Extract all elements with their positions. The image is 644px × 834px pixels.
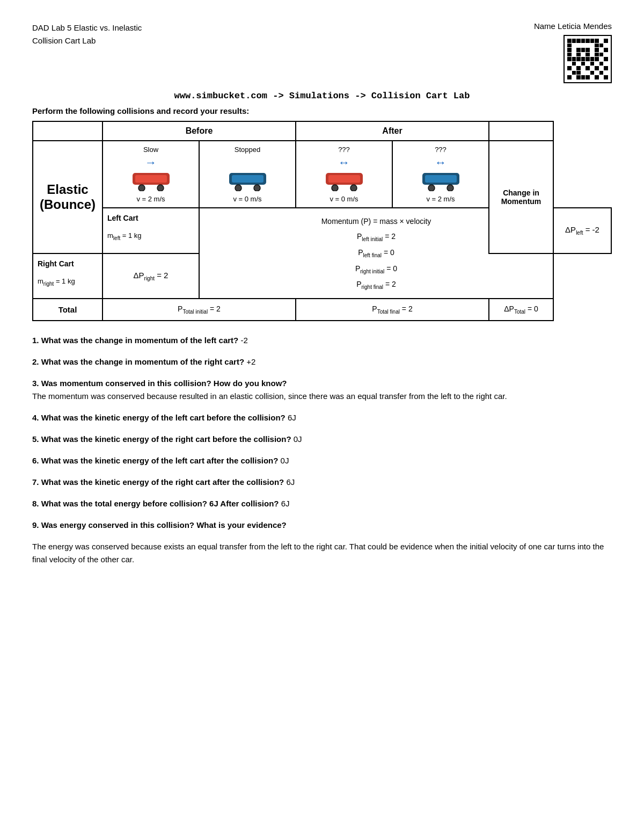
svg-point-15 [447, 185, 453, 191]
q1-answer: -2 [240, 336, 247, 345]
q4-answer: 6J [288, 413, 296, 422]
instructions: Perform the following collisions and rec… [32, 106, 612, 115]
after-red-cart: ??? ↔ v = 0 m/s [296, 141, 392, 208]
question-6: 6. What was the kinetic energy of the le… [32, 454, 612, 467]
right-cart-section: Right Cart mright = 1 kg [33, 253, 103, 299]
questions-section: 1. What was the change in momentum of th… [32, 334, 612, 566]
q6-answer: 0J [281, 456, 289, 465]
website-url: www.simbucket.com -> Simulations -> Coll… [32, 91, 612, 101]
before-stopped-cart: Stopped v = 0 m/s [199, 141, 296, 208]
q8-answer: 6J [281, 499, 290, 508]
svg-rect-1 [135, 175, 167, 183]
q2-text: 2. What was the change in momentum of th… [32, 357, 244, 366]
q1-text: 1. What was the change in momentum of th… [32, 336, 238, 345]
p-right-fin: Pright final = 2 [205, 277, 547, 293]
svg-point-2 [138, 185, 145, 191]
elastic-bounce-label: Elastic(Bounce) [33, 141, 103, 253]
left-cart-title: Left Cart [107, 214, 194, 222]
q5-text: 5. What was the kinetic energy of the ri… [32, 434, 291, 444]
momentum-calc-section: Momentum (P) = mass × velocity Pleft ini… [199, 208, 553, 299]
question-8: 8. What was the total energy before coll… [32, 497, 612, 510]
after-col-header: After [296, 121, 489, 141]
before-slow-cart: Slow → v = 2 m/s [103, 141, 199, 208]
svg-point-14 [428, 185, 435, 191]
qr-code [564, 35, 612, 83]
svg-point-10 [332, 185, 338, 191]
question-7: 7. What was the kinetic energy of the ri… [32, 476, 612, 489]
delta-p-total: ΔPTotal = 0 [489, 299, 553, 321]
q7-text: 7. What was the kinetic energy of the ri… [32, 477, 284, 487]
left-cart-section: Left Cart mleft = 1 kg [103, 208, 199, 253]
svg-point-6 [235, 185, 241, 191]
svg-point-11 [350, 185, 357, 191]
question-1: 1. What was the change in momentum of th… [32, 334, 612, 347]
right-cart-mass-label: mright = 1 kg [38, 277, 98, 287]
p-left-fin: Pleft final = 0 [205, 245, 547, 261]
p-left-init: Pleft initial = 2 [205, 229, 547, 245]
question-2: 2. What was the change in momentum of th… [32, 356, 612, 368]
final-answer-paragraph: The energy was conserved because exists … [32, 540, 612, 566]
q6-text: 6. What was the kinetic energy of the le… [32, 456, 278, 465]
title-line1: DAD Lab 5 Elastic vs. Inelastic [32, 21, 142, 34]
before-col-header: Before [103, 121, 296, 141]
momentum-eq-label: Momentum (P) = mass × velocity [205, 214, 547, 229]
q7-answer: 6J [286, 477, 295, 487]
q2-answer: +2 [246, 357, 255, 366]
p-total-initial: PTotal initial = 2 [103, 299, 296, 321]
student-name: Name Leticia Mendes [534, 21, 612, 31]
question-3: 3. Was momentum conserved in this collis… [32, 377, 612, 403]
total-label: Total [33, 299, 103, 321]
left-cart-mass-label: mleft = 1 kg [107, 231, 194, 241]
svg-point-3 [157, 185, 164, 191]
question-4: 4. What was the kinetic energy of the le… [32, 411, 612, 424]
question-9: 9. Was energy conserved in this collisio… [32, 519, 612, 532]
question-5: 5. What was the kinetic energy of the ri… [32, 433, 612, 446]
after-blue-cart: ??? ↔ v = 2 m/s [392, 141, 489, 208]
svg-rect-13 [425, 175, 457, 183]
q3-text: 3. Was momentum conserved in this collis… [32, 377, 612, 390]
p-right-init: Pright initial = 0 [205, 261, 547, 277]
delta-p-left-value: ΔPleft = -2 [553, 208, 611, 253]
final-paragraph-text: The energy was conserved because exists … [32, 542, 604, 564]
delta-p-right-value: ΔPright = 2 [103, 253, 199, 299]
page-header: DAD Lab 5 Elastic vs. Inelastic Collisio… [32, 21, 612, 83]
q4-text: 4. What was the kinetic energy of the le… [32, 413, 286, 422]
right-cart-title: Right Cart [38, 259, 98, 268]
svg-point-7 [254, 185, 260, 191]
title-block: DAD Lab 5 Elastic vs. Inelastic Collisio… [32, 21, 142, 47]
q5-answer: 0J [294, 434, 302, 444]
svg-rect-9 [328, 175, 360, 183]
p-total-final: PTotal final = 2 [296, 299, 489, 321]
q9-text: 9. Was energy conserved in this collisio… [32, 520, 287, 530]
q3-answer: The momentum was conserved because resul… [32, 390, 612, 403]
svg-rect-5 [232, 175, 264, 183]
collision-table-main: Before After Elastic(Bounce) Slow → v = … [32, 121, 612, 321]
q8-text: 8. What was the total energy before coll… [32, 499, 279, 508]
title-line2: Collision Cart Lab [32, 34, 142, 47]
